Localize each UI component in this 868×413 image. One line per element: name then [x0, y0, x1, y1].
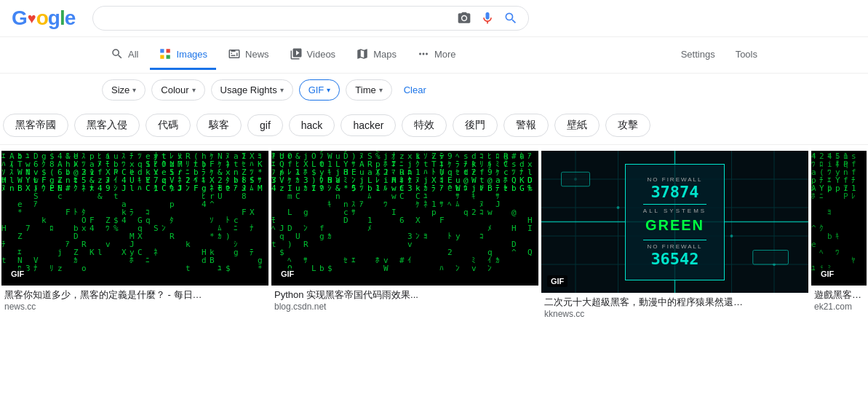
suggestion-pill[interactable]: hacker [341, 114, 396, 136]
image-title: Python 实现黑客帝国代码雨效果... [274, 288, 478, 302]
image-title: 二次元十大超級黑客，動漫中的程序猿果然還是萌妹子多！ -... [544, 296, 748, 309]
image-column-2: GIF Python 实现黑客帝国代码雨效果... blog.csdn.net [270, 151, 540, 326]
camera-icon[interactable] [457, 11, 471, 25]
suggestion-pill[interactable]: 壁紙 [554, 114, 600, 137]
chip-top-label: NO FIREWALL [643, 176, 706, 183]
filter-gif[interactable]: GIF ▾ [299, 79, 341, 101]
tab-images[interactable]: Images [150, 40, 216, 70]
suggestion-pill[interactable]: 特效 [402, 114, 447, 137]
svg-rect-3 [161, 55, 164, 59]
tab-tools[interactable]: Tools [727, 42, 766, 69]
svg-rect-1 [167, 49, 170, 52]
suggestion-pill[interactable]: hack [289, 114, 335, 136]
filter-time[interactable]: Time ▾ [346, 79, 391, 101]
tab-videos[interactable]: Videos [281, 40, 345, 70]
svg-rect-21 [753, 251, 789, 265]
search-input[interactable]: 黑客 [103, 12, 450, 25]
image-column-3: NO FIREWALL 37874 ALL SYSTEMS GREEN NO F… [540, 151, 810, 326]
nav-right: Settings Tools [672, 42, 766, 69]
image-card-3[interactable]: NO FIREWALL 37874 ALL SYSTEMS GREEN NO F… [541, 151, 808, 325]
tab-maps[interactable]: Maps [347, 40, 405, 70]
chevron-down-icon: ▾ [132, 86, 136, 94]
chip-bottom-label: NO FIREWALL [643, 243, 706, 250]
chip-middle-label: ALL SYSTEMS [643, 208, 706, 214]
svg-point-18 [730, 235, 733, 237]
chevron-down-icon: ▾ [192, 86, 196, 94]
image-source: ek21.com [814, 302, 864, 312]
gif-badge: GIF [547, 275, 568, 287]
image-source: news.cc [4, 302, 266, 312]
suggestion-pill[interactable]: 攻擊 [605, 114, 650, 137]
image-source: kknews.cc [544, 309, 805, 319]
svg-rect-20 [562, 172, 590, 186]
suggestion-pill[interactable]: 黑客帝國 [3, 114, 68, 137]
image-column-4: GIF 遊戲黑客有... ek21.com [810, 151, 868, 326]
image-column-1: GIF 黑客你知道多少，黑客的定義是什麼？ - 每日頭條 news.cc [0, 151, 270, 326]
nav-tabs: All Images News Videos Maps More Setting… [0, 37, 868, 74]
svg-point-17 [617, 206, 620, 209]
tab-news[interactable]: News [219, 40, 278, 70]
image-card-1[interactable]: GIF 黑客你知道多少，黑客的定義是什麼？ - 每日頭條 news.cc [1, 151, 268, 318]
tab-all[interactable]: All [102, 40, 147, 70]
svg-rect-2 [167, 55, 170, 59]
gif-badge: GIF [7, 268, 28, 280]
chevron-down-icon: ▾ [280, 86, 284, 94]
filter-usage-rights[interactable]: Usage Rights ▾ [211, 79, 293, 101]
search-icon[interactable] [503, 11, 518, 25]
image-source: blog.csdn.net [274, 302, 535, 312]
image-card-4[interactable]: GIF 遊戲黑客有... ek21.com [811, 151, 867, 318]
search-box: 黑客 [92, 6, 529, 31]
clear-button[interactable]: Clear [398, 80, 432, 100]
chip-number-1: 37874 [643, 183, 706, 201]
chip-number-2: 36542 [643, 250, 706, 268]
suggestion-pill[interactable]: gif [247, 114, 283, 136]
filter-colour[interactable]: Colour ▾ [151, 79, 204, 101]
suggestion-pill[interactable]: 黑客入侵 [74, 114, 140, 137]
tab-settings[interactable]: Settings [672, 42, 724, 69]
image-card-2[interactable]: GIF Python 实现黑客帝国代码雨效果... blog.csdn.net [271, 151, 538, 318]
chevron-down-icon: ▾ [379, 86, 383, 94]
chip-green-label: GREEN [643, 214, 706, 237]
gif-badge: GIF [817, 268, 837, 280]
gif-badge: GIF [277, 268, 298, 280]
header: G♥ogle 黑客 [0, 0, 868, 37]
image-grid: GIF 黑客你知道多少，黑客的定義是什麼？ - 每日頭條 news.cc GIF… [0, 145, 868, 326]
suggestion-pill[interactable]: 警報 [503, 114, 549, 137]
filter-bar: Size ▾ Colour ▾ Usage Rights ▾ GIF ▾ Tim… [0, 74, 868, 106]
filter-size[interactable]: Size ▾ [102, 79, 146, 101]
google-logo[interactable]: G♥ogle [12, 7, 75, 30]
mic-icon[interactable] [480, 11, 495, 25]
tab-more[interactable]: More [408, 40, 465, 70]
suggestions-bar: 黑客帝國 黑客入侵 代碼 駭客 gif hack hacker 特效 後門 警報… [0, 106, 868, 145]
chevron-down-icon: ▾ [327, 86, 330, 94]
suggestion-pill[interactable]: 駭客 [196, 114, 242, 137]
suggestion-pill[interactable]: 後門 [453, 114, 498, 137]
suggestion-pill[interactable]: 代碼 [146, 114, 191, 137]
image-title: 黑客你知道多少，黑客的定義是什麼？ - 每日頭條 [4, 288, 208, 302]
svg-rect-0 [161, 49, 164, 52]
image-title: 遊戲黑客有... [814, 288, 864, 302]
